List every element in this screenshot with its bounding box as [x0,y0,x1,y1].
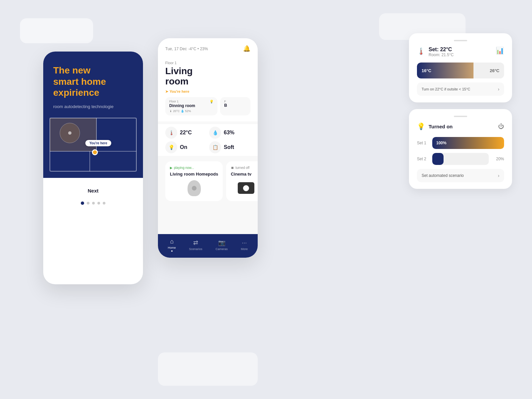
set1-fill: 100% [432,137,504,149]
onboarding-title: The new smart home expirience [53,65,133,98]
light-header: 💡 Turned on ⏻ [417,122,504,130]
light-icon: 💡 [165,141,177,153]
dot-4 [97,202,100,204]
set2-percent: 20% [492,157,504,161]
deco-card-bottom-center [158,352,258,386]
mode-icon: 📋 [209,141,221,153]
right-panel: 🌡️ Set: 22°C Room: 21.5°C 📊 16°C 26°C Tu… [409,33,512,189]
dot-2 [87,202,89,204]
main-app-card: Tue, 17 Dec -4°C • 23% 🔔 Floor 1 Living … [158,38,258,258]
floorplan: You're here [43,111,143,178]
onboarding-top: The new smart home expirience room autod… [43,52,143,178]
automated-text: Set automated scenario [422,173,464,178]
weather-label: -4°C • 23% [188,47,208,51]
stat-light: 💡 On [165,141,206,153]
turned-on-label: Turned on [429,124,453,129]
temp-slider-fill: 16°C [417,63,473,78]
app-body: Floor 1 Living room ➤ You're here Floor … [158,56,258,234]
onboarding-bottom: Next [43,178,143,215]
temp-icon: 🌡️ [165,127,177,139]
stat-humidity: 💧 63% [209,127,250,139]
thermometer-icon: 🌡️ [417,47,425,55]
nav-cameras[interactable]: 📷 Cameras [215,239,228,251]
bottom-nav: ⌂ Home ⇄ Scenarios 📷 Cameras ··· More [158,234,258,258]
temp-max-label: 26°C [490,68,504,73]
onboarding-subtitle: room autodetecting technologie [53,104,133,110]
dot-5 [103,202,105,204]
chart-icon[interactable]: 📊 [496,47,504,55]
power-icon[interactable]: ⏻ [498,123,504,130]
card-handle-2 [454,116,467,117]
bulb-icon-small: 💡 [209,100,213,103]
room-section: Floor 1 Living room ➤ You're here Floor … [158,56,258,121]
light-value: On [180,144,187,150]
nearby-room-2[interactable]: F B [220,97,250,115]
dot-1 [81,201,84,205]
svg-point-6 [68,131,71,135]
humidity-icon: 💧 [209,127,221,139]
homepod-image [170,180,218,197]
automation-row[interactable]: Turn on 22°C if outsite < 15°C › [417,82,504,96]
light-left: 💡 Turned on [417,122,453,130]
svg-rect-3 [50,151,90,171]
set1-label: Set 1 [417,141,429,145]
floor-label: Floor 1 [165,61,250,65]
temp-slider[interactable]: 16°C 26°C [417,63,504,78]
next-button[interactable]: Next [88,188,99,194]
nav-more[interactable]: ··· More [241,239,248,251]
automated-scenario-btn[interactable]: Set automated scenario › [417,169,504,182]
room-temp-label: Room: 21.5°C [429,53,454,57]
set1-row: Set 1 100% [417,137,504,149]
temp-info: 🌡️ Set: 22°C Room: 21.5°C [417,47,454,57]
home-icon: ⌂ [170,238,174,245]
nearby-rooms: Floor 1 💡 Dinning room 🌡 20°C 💧 52% F B [165,97,250,115]
temp-value: 22°C [180,130,192,136]
device-appletv[interactable]: ⏹turned off Cinema tv [226,161,258,201]
you-are-here-badge: You're here [85,140,111,146]
devices-scroll: ▶playing now... Living room Homepods ⏹tu… [158,159,258,204]
device-name-homepod: Living room Homepods [170,172,218,177]
scenarios-icon: ⇄ [193,239,198,246]
device-status-playing: ▶playing now... [170,166,218,170]
stats-grid: 🌡️ 22°C 💧 63% 💡 On 📋 Soft [158,124,258,156]
onboarding-card: The new smart home expirience room autod… [43,52,143,284]
date-label: Tue, 17 Dec [165,47,187,51]
set2-bar[interactable] [432,153,489,165]
more-icon: ··· [242,239,247,246]
deco-card-top-left [20,18,93,43]
set2-label: Set 2 [417,157,429,161]
nav-scenarios[interactable]: ⇄ Scenarios [189,239,202,251]
bulb-icon: 💡 [417,122,425,130]
nearby-room-1[interactable]: Floor 1 💡 Dinning room 🌡 20°C 💧 52% [165,97,217,115]
automation-text: Turn on 22°C if outsite < 15°C [422,87,470,91]
temp-card: 🌡️ Set: 22°C Room: 21.5°C 📊 16°C 26°C Tu… [409,33,512,102]
device-name-appletv: Cinema tv [231,172,258,177]
appletv-shape [238,182,254,194]
stat-mode: 📋 Soft [209,141,250,153]
room-title: Living room [165,66,250,87]
app-header: Tue, 17 Dec -4°C • 23% 🔔 [158,38,258,56]
device-status-off: ⏹turned off [231,166,258,170]
bell-icon[interactable]: 🔔 [243,45,250,52]
stat-temperature: 🌡️ 22°C [165,127,206,139]
humidity-value: 63% [224,130,234,136]
camera-icon: 📷 [218,239,225,246]
chevron-right-icon: › [498,86,499,92]
chevron-right-icon-2: › [498,173,499,178]
light-card: 💡 Turned on ⏻ Set 1 100% Set 2 20% Set a… [409,109,512,189]
location-dot [92,149,98,155]
temp-card-header: 🌡️ Set: 22°C Room: 21.5°C 📊 [417,47,504,57]
header-date-weather: Tue, 17 Dec -4°C • 23% [165,46,208,52]
pagination-dots [81,201,105,205]
homepod-shape [188,180,201,196]
set2-row: Set 2 20% [417,153,504,165]
set1-bar[interactable]: 100% [432,137,504,149]
svg-rect-2 [96,118,136,151]
card-handle [454,40,467,41]
you-here-label: ➤ You're here [165,89,250,94]
nav-active-dot [171,250,173,252]
device-homepod[interactable]: ▶playing now... Living room Homepods [165,161,223,201]
set2-fill [432,153,444,165]
nav-home[interactable]: ⌂ Home [168,238,176,252]
set-temp-label: Set: 22°C [429,47,454,53]
